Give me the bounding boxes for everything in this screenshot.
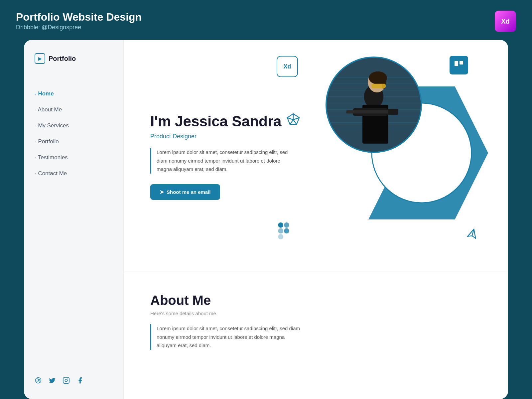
svg-rect-8 (284, 222, 289, 228)
header: Portfolio Website Design Dribbble: @Desi… (0, 0, 532, 40)
svg-point-11 (284, 228, 289, 234)
hero-title: Product Designer (150, 133, 290, 140)
nav-menu: - Home - About Me - My Services - Portfo… (35, 90, 113, 363)
nav-item-about[interactable]: - About Me (35, 106, 113, 113)
nav-item-home[interactable]: - Home (35, 90, 113, 97)
facebook-icon[interactable] (76, 377, 84, 386)
svg-point-1 (65, 379, 67, 381)
email-button[interactable]: ➤ Shoot me an email (150, 184, 220, 200)
hero-description: Lorem ipsum dolor sit amet, consetetur s… (150, 148, 290, 174)
logo-text: Portfolio (49, 55, 76, 63)
nav-item-services[interactable]: - My Services (35, 122, 113, 129)
hero-section: I'm Jessica Sandra Product Designer Lore… (124, 40, 508, 273)
header-text: Portfolio Website Design Dribbble: @Desi… (16, 11, 142, 31)
svg-rect-7 (278, 222, 283, 228)
profile-visual (348, 66, 501, 239)
sidebar: ▶ Portfolio - Home - About Me - My Servi… (24, 40, 124, 399)
hero-text: I'm Jessica Sandra Product Designer Lore… (150, 113, 290, 200)
svg-point-2 (67, 378, 68, 379)
twitter-icon[interactable] (49, 377, 56, 386)
nav-item-portfolio[interactable]: - Portfolio (35, 138, 113, 145)
logo-area: ▶ Portfolio (35, 53, 113, 64)
main-card: ▶ Portfolio - Home - About Me - My Servi… (24, 40, 508, 399)
svg-rect-0 (63, 377, 69, 383)
svg-rect-9 (278, 228, 283, 234)
about-subtitle: Here's some details about me. (150, 311, 481, 316)
figma-icon (277, 222, 291, 243)
svg-rect-35 (346, 110, 395, 114)
nav-item-testimonies[interactable]: - Testimonies (35, 154, 113, 161)
header-title: Portfolio Website Design (16, 11, 142, 23)
person-silhouette (327, 58, 421, 152)
header-subtitle: Dribbble: @Designspree (16, 24, 142, 31)
svg-rect-36 (388, 109, 398, 115)
svg-rect-37 (371, 84, 386, 88)
instagram-icon[interactable] (63, 377, 70, 386)
hero-name: I'm Jessica Sandra (150, 113, 290, 130)
dribbble-icon[interactable] (35, 377, 42, 386)
logo-icon: ▶ (35, 53, 45, 64)
about-title: About Me (150, 293, 481, 308)
about-section: About Me Here's some details about me. L… (124, 273, 508, 372)
svg-rect-10 (278, 234, 283, 239)
about-description: Lorem ipsum dolor sit amet, consetetur s… (150, 324, 303, 350)
svg-rect-12 (455, 61, 458, 66)
social-icons (35, 377, 113, 386)
email-button-label: Shoot me an email (167, 189, 211, 195)
svg-rect-13 (460, 61, 463, 65)
send-arrow-icon: ➤ (160, 189, 164, 195)
xd-badge-header: Xd (495, 11, 516, 32)
nav-item-contact[interactable]: - Contact Me (35, 170, 113, 177)
xd-badge-hero: Xd (277, 56, 298, 77)
svg-line-4 (290, 120, 293, 124)
main-content: I'm Jessica Sandra Product Designer Lore… (124, 40, 508, 399)
profile-image (326, 57, 422, 153)
svg-line-5 (293, 120, 297, 124)
